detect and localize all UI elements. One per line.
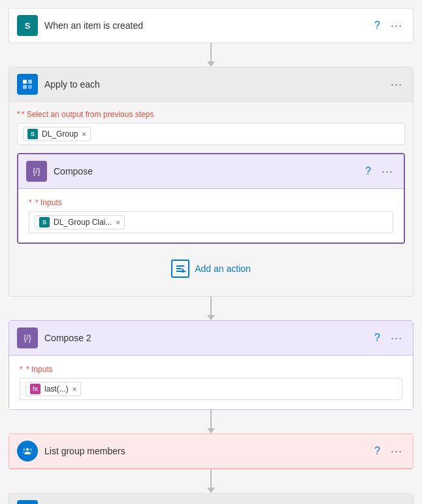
arrow-4 bbox=[207, 469, 215, 493]
add-action-button[interactable]: Add an action bbox=[171, 260, 251, 278]
flow-container: S When an item is created ? ··· App bbox=[0, 0, 422, 504]
compose-2-header: {/} Compose 2 ? ··· bbox=[9, 321, 413, 356]
list-group-menu-button[interactable]: ··· bbox=[388, 443, 405, 460]
compose-1-inputs-label: * * Inputs bbox=[29, 198, 393, 207]
trigger-menu-button[interactable]: ··· bbox=[388, 18, 405, 34]
compose-2-title: Compose 2 bbox=[44, 333, 365, 343]
compose-2-menu-button[interactable]: ··· bbox=[388, 330, 405, 346]
apply-each-2-header: Apply to each 2 ··· bbox=[9, 494, 413, 504]
dl-group-tag-close[interactable]: × bbox=[82, 130, 86, 138]
svg-rect-2 bbox=[23, 85, 27, 89]
apply-each-2-container: Apply to each 2 ··· bbox=[8, 493, 414, 504]
compose-1-icon: {/} bbox=[26, 161, 47, 182]
add-action-area: Add an action bbox=[17, 244, 405, 288]
compose-2-input-row[interactable]: fx last(...) × bbox=[20, 378, 402, 400]
apply-each-1-menu-button[interactable]: ··· bbox=[388, 76, 405, 93]
apply-each-1-body: ** Select an output from previous steps … bbox=[9, 102, 413, 296]
arrow-head-3 bbox=[207, 428, 215, 433]
trigger-icon: S bbox=[17, 15, 38, 36]
apply-each-2-icon bbox=[17, 500, 38, 504]
svg-point-12 bbox=[24, 448, 25, 450]
compose-2-actions: ? ··· bbox=[372, 330, 405, 346]
compose-1-title: Compose bbox=[54, 166, 356, 176]
output-input-row[interactable]: S DL_Group × bbox=[17, 123, 405, 145]
svg-rect-5 bbox=[176, 268, 182, 269]
arrow-1 bbox=[207, 43, 215, 67]
svg-point-11 bbox=[30, 448, 32, 450]
dl-group-claim-tag: S DL_Group Clai... × bbox=[35, 215, 125, 229]
apply-each-1-icon bbox=[17, 74, 38, 95]
svg-rect-3 bbox=[28, 85, 32, 89]
svg-rect-6 bbox=[176, 271, 180, 272]
trigger-help-button[interactable]: ? bbox=[372, 18, 383, 33]
svg-rect-1 bbox=[28, 80, 32, 84]
dl-group-tag-icon: S bbox=[27, 129, 38, 139]
compose-1-menu-button[interactable]: ··· bbox=[379, 163, 396, 180]
arrow-head-2 bbox=[207, 315, 215, 320]
list-group-icon bbox=[17, 441, 38, 462]
last-tag-close[interactable]: × bbox=[73, 385, 76, 393]
arrow-2 bbox=[207, 297, 215, 320]
dl-group-tag: S DL_Group × bbox=[23, 127, 91, 141]
dl-group-claim-icon: S bbox=[39, 217, 50, 227]
list-group-title: List group members bbox=[44, 446, 365, 456]
trigger-card: S When an item is created ? ··· bbox=[8, 8, 414, 43]
last-tag-icon: fx bbox=[30, 384, 41, 394]
apply-each-1-title: Apply to each bbox=[44, 79, 381, 90]
list-group-header: List group members ? ··· bbox=[9, 434, 413, 469]
compose-1-header: {/} Compose ? ··· bbox=[18, 154, 404, 189]
apply-each-1-actions: ··· bbox=[388, 76, 405, 93]
svg-rect-0 bbox=[23, 80, 27, 84]
output-field-label: ** Select an output from previous steps bbox=[17, 110, 405, 119]
trigger-card-header: S When an item is created ? ··· bbox=[9, 8, 413, 42]
add-action-icon bbox=[171, 260, 189, 278]
arrow-line-4 bbox=[210, 469, 212, 488]
last-tag: fx last(...) × bbox=[25, 382, 81, 396]
compose-1-body: * * Inputs S DL_Group Clai... × bbox=[18, 189, 404, 243]
compose-2-body: * * Inputs fx last(...) × bbox=[9, 356, 413, 409]
svg-point-10 bbox=[26, 448, 29, 451]
apply-each-1-container: Apply to each ··· ** Select an output fr… bbox=[8, 67, 414, 297]
compose-1-help-button[interactable]: ? bbox=[363, 164, 374, 178]
list-group-actions: ? ··· bbox=[372, 443, 405, 460]
dl-group-claim-close[interactable]: × bbox=[116, 218, 120, 226]
arrow-head-1 bbox=[207, 61, 215, 67]
compose-2-inputs-label: * * Inputs bbox=[20, 365, 402, 374]
svg-rect-4 bbox=[176, 265, 184, 267]
compose-2-help-button[interactable]: ? bbox=[372, 331, 383, 345]
arrow-line-1 bbox=[210, 43, 212, 61]
compose-1-input-row[interactable]: S DL_Group Clai... × bbox=[29, 211, 393, 233]
arrow-line-3 bbox=[210, 410, 212, 428]
trigger-actions: ? ··· bbox=[372, 18, 405, 34]
list-group-card: List group members ? ··· bbox=[8, 433, 414, 469]
list-group-help-button[interactable]: ? bbox=[372, 444, 383, 458]
compose-2-icon: {/} bbox=[17, 328, 38, 348]
trigger-title: When an item is created bbox=[44, 20, 365, 31]
arrow-3 bbox=[207, 410, 215, 433]
compose-1-card: {/} Compose ? ··· * * Inputs S bbox=[17, 153, 405, 244]
apply-each-1-header: Apply to each ··· bbox=[9, 67, 413, 102]
compose-1-actions: ? ··· bbox=[363, 163, 396, 180]
arrow-head-4 bbox=[207, 488, 215, 493]
svg-rect-8 bbox=[180, 271, 186, 272]
arrow-line-2 bbox=[210, 297, 212, 315]
compose-2-card: {/} Compose 2 ? ··· * * Inputs fx last(.… bbox=[8, 320, 414, 410]
